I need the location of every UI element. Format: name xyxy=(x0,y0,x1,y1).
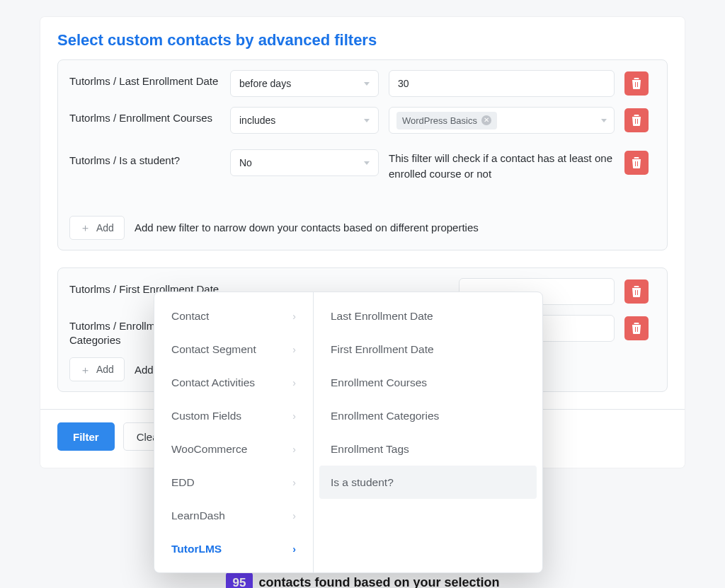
operator-value: before days xyxy=(239,78,291,89)
operator-select[interactable]: No xyxy=(230,149,379,176)
filter-row: Tutorlms / Enrollment Courses includes W… xyxy=(69,107,656,134)
add-filter-hint: Add new filter to narrow down your conta… xyxy=(135,221,479,234)
dropdown-category-item[interactable]: Contact Activities› xyxy=(154,366,313,399)
trash-icon xyxy=(632,157,641,168)
operator-select[interactable]: includes xyxy=(230,107,379,134)
add-filter-button[interactable]: ＋ Add xyxy=(69,357,125,381)
filter-button[interactable]: Filter xyxy=(57,422,115,451)
add-filter-line: ＋ Add Add new filter to narrow down your… xyxy=(69,216,656,240)
tag-chip: WordPress Basics ✕ xyxy=(396,112,497,129)
filter-property-dropdown: Contact›Contact Segment›Contact Activiti… xyxy=(154,292,543,573)
add-button-label: Add xyxy=(96,222,114,234)
delete-button[interactable] xyxy=(624,108,649,132)
dropdown-option-item[interactable]: Is a student? xyxy=(319,466,537,499)
dropdown-option-column: Last Enrollment DateFirst Enrollment Dat… xyxy=(314,292,542,572)
remove-tag-icon[interactable]: ✕ xyxy=(481,115,491,125)
dropdown-category-item[interactable]: TutorLMS› xyxy=(154,532,313,565)
dropdown-category-item[interactable]: EDD› xyxy=(154,466,313,499)
delete-button[interactable] xyxy=(624,316,649,340)
trash-icon xyxy=(632,323,641,334)
chevron-down-icon xyxy=(364,161,370,165)
add-button-label: Add xyxy=(96,364,114,375)
filter-group-1: Tutorlms / Last Enrollment Date before d… xyxy=(57,59,668,250)
result-count-badge: 95 xyxy=(226,572,253,588)
dropdown-category-item[interactable]: Contact› xyxy=(154,299,313,333)
filter-note: This filter will check if a contact has … xyxy=(389,149,615,182)
trash-icon xyxy=(632,78,641,89)
dropdown-category-item[interactable]: Custom Fields› xyxy=(154,399,313,432)
dropdown-category-item[interactable]: WooCommerce› xyxy=(154,432,313,466)
dropdown-option-item[interactable]: Enrollment Categories xyxy=(314,399,542,432)
filter-row: Tutorlms / Is a student? No This filter … xyxy=(69,149,656,182)
dropdown-category-item[interactable]: LearnDash› xyxy=(154,499,313,532)
dropdown-option-item[interactable]: Last Enrollment Date xyxy=(314,299,542,333)
multiselect-input[interactable]: WordPress Basics ✕ xyxy=(389,107,615,134)
operator-select[interactable]: before days xyxy=(230,70,379,97)
dropdown-option-item[interactable]: Enrollment Courses xyxy=(314,366,542,399)
result-summary: 95contacts found based on your selection xyxy=(0,572,725,588)
operator-value: No xyxy=(239,157,252,168)
plus-icon: ＋ xyxy=(80,222,91,233)
page-title: Select custom contacts by advanced filte… xyxy=(57,31,668,50)
dropdown-category-column: Contact›Contact Segment›Contact Activiti… xyxy=(154,292,314,572)
dropdown-option-item[interactable]: First Enrollment Date xyxy=(314,333,542,366)
filter-label: Tutorlms / Enrollment Courses xyxy=(69,107,220,125)
filter-label: Tutorlms / Last Enrollment Date xyxy=(69,70,220,88)
delete-button[interactable] xyxy=(624,151,649,175)
filter-row: Tutorlms / Last Enrollment Date before d… xyxy=(69,70,656,97)
chevron-down-icon xyxy=(601,119,607,122)
delete-button[interactable] xyxy=(624,71,649,96)
dropdown-category-item[interactable]: Contact Segment› xyxy=(154,333,313,366)
tag-chip-label: WordPress Basics xyxy=(402,115,477,126)
trash-icon xyxy=(632,115,641,126)
plus-icon: ＋ xyxy=(80,364,91,375)
add-filter-button[interactable]: ＋ Add xyxy=(69,216,125,240)
chevron-down-icon xyxy=(364,119,370,122)
delete-button[interactable] xyxy=(624,279,649,304)
result-text: contacts found based on your selection xyxy=(258,575,499,588)
dropdown-option-item[interactable]: Enrollment Tags xyxy=(314,432,542,466)
trash-icon xyxy=(632,286,641,297)
value-input[interactable]: 30 xyxy=(389,70,615,97)
operator-value: includes xyxy=(239,115,275,126)
filter-label: Tutorlms / Is a student? xyxy=(69,149,220,168)
chevron-down-icon xyxy=(364,82,370,86)
